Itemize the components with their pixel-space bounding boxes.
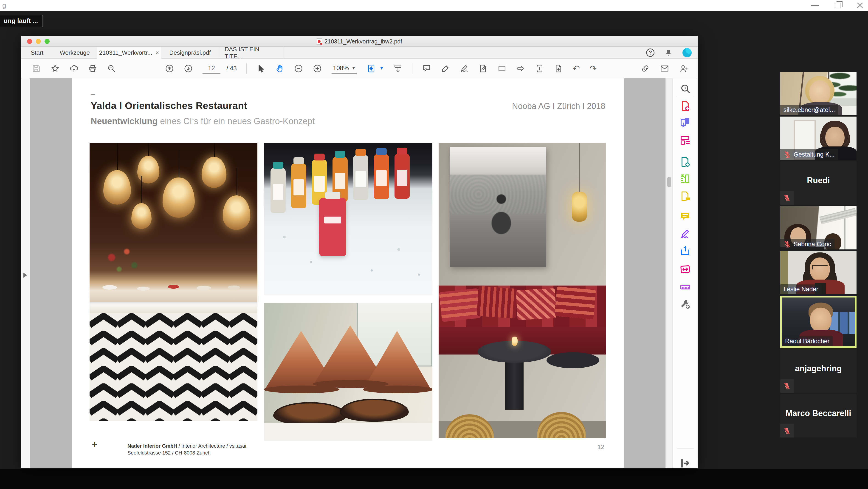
participant-tile[interactable]: anjagehring [780, 349, 857, 393]
participant-name: Sabrina Coric [794, 241, 831, 248]
email-icon[interactable] [660, 64, 669, 73]
scrollbar-thumb[interactable] [667, 177, 671, 188]
acrobat-tabbar: Start Werkzeuge 210311_Werkvortr... × De… [21, 47, 698, 59]
pdf-page: – Yalda I Orientalisches Restaurant Noob… [72, 78, 624, 468]
participant-name: silke.ebner@atel... [780, 105, 838, 115]
muted-mic-icon [783, 194, 791, 202]
minimize-icon[interactable] [811, 5, 819, 6]
tab-werkzeuge[interactable]: Werkzeuge [60, 47, 90, 59]
participant-name: anjagehring [780, 364, 857, 373]
highlight-pencil-icon[interactable] [441, 64, 450, 73]
export-pdf-icon[interactable] [680, 117, 691, 128]
expand-sidebar-icon[interactable] [680, 458, 691, 469]
pdf-file-icon [317, 38, 322, 45]
page-total-label: / 43 [226, 65, 237, 72]
acrobat-toolbar: 12 / 43 108% ▼ ▼ ↶ ↷ [21, 59, 698, 78]
participant-name: Raoul Bärlocher [782, 336, 833, 346]
tab-start[interactable]: Start [31, 47, 43, 59]
photo-lantern-buffet [90, 143, 257, 421]
scroll-mode-icon[interactable] [393, 64, 403, 73]
participant-tile[interactable]: Gestaltung K... [780, 117, 857, 160]
star-favorites-icon[interactable] [51, 64, 60, 73]
participant-tile[interactable]: Ruedi [780, 162, 857, 205]
organize-pages-icon[interactable] [680, 173, 691, 184]
screenshare-status-badge: ung läuft ... [0, 15, 43, 27]
zoom-in-icon[interactable] [313, 64, 322, 73]
share-pdf-icon[interactable] [680, 156, 691, 168]
participant-tile[interactable]: Marco Beccarelli [780, 394, 857, 437]
next-page-icon[interactable] [184, 64, 193, 73]
participant-name: Marco Beccarelli [780, 408, 857, 418]
photo-tagine-pots [264, 303, 432, 441]
notifications-bell-icon[interactable] [664, 49, 672, 57]
doc-tab-das-ist-ein-titel[interactable]: DAS IST EIN TITE... [219, 47, 283, 59]
more-tools-icon[interactable] [680, 299, 691, 310]
arrow-shape-icon[interactable] [516, 64, 525, 73]
compare-files-icon[interactable] [680, 264, 691, 275]
participant-tile[interactable]: Sabrina Coric [780, 206, 857, 250]
chevron-down-icon[interactable]: ▼ [379, 66, 384, 71]
account-avatar[interactable] [682, 48, 692, 57]
document-title: 210311_Werkvortrag_ibw2.pdf [21, 36, 698, 47]
fill-sign-tool-icon[interactable] [680, 228, 691, 239]
muted-mic-icon [783, 240, 791, 248]
document-viewport[interactable]: – Yalda I Orientalisches Restaurant Noob… [21, 78, 698, 468]
share-tool-icon[interactable] [680, 245, 691, 256]
restore-icon[interactable] [835, 3, 840, 8]
redo-icon[interactable]: ↷ [590, 64, 597, 73]
photo-restaurant-interior [439, 143, 606, 438]
acrobat-titlebar: 210311_Werkvortrag_ibw2.pdf [21, 36, 698, 47]
request-signature-icon[interactable] [679, 64, 688, 73]
doc-tab-designpraesi[interactable]: Designpräsi.pdf [161, 47, 219, 59]
comment-tool-icon[interactable] [680, 211, 691, 222]
participant-name: Gestaltung K... [794, 151, 835, 158]
participant-tile[interactable]: Leslie Nader [780, 251, 857, 294]
os-titlebar: g [0, 0, 868, 11]
fill-sign-icon[interactable] [460, 64, 469, 73]
workspace-bottom-strip [0, 469, 868, 489]
print-icon[interactable] [88, 64, 97, 73]
participant-tile[interactable]: silke.ebner@atel... [780, 72, 857, 115]
doc-tab-werkvortrag[interactable]: 210311_Werkvortr... × [97, 47, 161, 59]
slide-footer-plus: + [92, 439, 98, 450]
insert-page-icon[interactable] [554, 64, 563, 73]
save-icon[interactable] [32, 64, 41, 73]
fit-page-icon[interactable] [367, 64, 376, 73]
measure-icon[interactable] [680, 282, 691, 293]
muted-mic-icon [783, 382, 791, 390]
expand-nav-pane-icon[interactable] [24, 273, 27, 278]
muted-mic-icon [783, 151, 791, 159]
share-link-icon[interactable] [641, 64, 650, 73]
slide-page-number: 12 [597, 443, 604, 451]
comment-icon[interactable] [422, 64, 431, 73]
stamp-icon[interactable] [478, 64, 488, 73]
edit-pdf-icon[interactable] [680, 135, 691, 146]
os-window-title: g [2, 1, 6, 9]
close-icon[interactable] [857, 2, 863, 9]
zoom-tools-icon[interactable] [680, 83, 691, 94]
screen: g ung läuft ... 210311_Werkvortrag_ibw2.… [0, 0, 868, 489]
previous-page-icon[interactable] [165, 64, 174, 73]
nav-pane-strip[interactable] [21, 78, 30, 468]
select-tool-icon[interactable] [256, 64, 266, 73]
tools-sidebar [672, 78, 698, 468]
page-number-input[interactable]: 12 [203, 63, 220, 74]
create-pdf-icon[interactable] [680, 100, 691, 112]
add-text-icon[interactable] [535, 64, 544, 73]
undo-icon[interactable]: ↶ [573, 64, 580, 73]
hand-tool-icon[interactable] [275, 64, 284, 73]
tab-close-icon[interactable]: × [155, 49, 159, 56]
vertical-scrollbar[interactable] [665, 78, 672, 468]
search-icon[interactable] [107, 64, 116, 73]
slide-title: Yalda I Orientalisches Restaurant [91, 100, 247, 111]
zoom-level-select[interactable]: 108% ▼ [332, 63, 357, 74]
rectangle-shape-icon[interactable] [497, 64, 506, 73]
zoom-out-icon[interactable] [294, 64, 303, 73]
cloud-upload-icon[interactable] [69, 64, 79, 73]
participant-name: Leslie Nader [780, 284, 822, 294]
muted-mic-icon [783, 427, 791, 435]
photo-juice-bottles [264, 143, 432, 295]
participant-tile-active-speaker[interactable]: Raoul Bärlocher [780, 296, 857, 348]
request-signatures-icon[interactable] [680, 191, 691, 202]
help-icon[interactable]: ? [646, 49, 654, 57]
